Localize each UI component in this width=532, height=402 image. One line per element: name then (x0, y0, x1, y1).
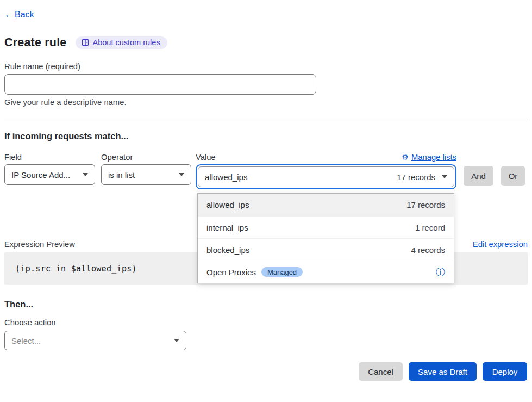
or-button[interactable]: Or (501, 166, 525, 186)
back-link[interactable]: ←Back (4, 9, 34, 20)
value-label: Value (196, 153, 216, 162)
list-option-name: internal_ips (206, 223, 248, 232)
about-custom-rules-link[interactable]: About custom rules (76, 36, 167, 49)
value-select[interactable]: allowed_ips 17 records (198, 166, 454, 187)
expression-code: (ip.src in $allowed_ips) (15, 264, 137, 274)
list-option-name: allowed_ips (206, 200, 249, 209)
edit-expression-link[interactable]: Edit expression (473, 240, 528, 249)
page-title: Create rule (4, 36, 67, 50)
field-select-value: IP Source Add... (11, 170, 70, 180)
list-option-record-count: 17 records (406, 200, 445, 209)
back-row: ←Back (4, 9, 528, 20)
deploy-button[interactable]: Deploy (483, 362, 527, 381)
save-as-draft-button[interactable]: Save as Draft (409, 362, 477, 381)
value-select-focus-ring: allowed_ips 17 records (196, 164, 456, 189)
field-select[interactable]: IP Source Add... (4, 164, 95, 185)
list-option-blocked-ips[interactable]: blocked_ips 4 records (198, 238, 454, 261)
back-link-label: Back (15, 10, 34, 20)
and-button[interactable]: And (464, 166, 493, 186)
then-section-heading: Then... (4, 299, 528, 310)
manage-lists-label: Manage lists (411, 153, 456, 162)
footer-actions: Cancel Save as Draft Deploy (4, 362, 528, 381)
create-rule-page: ←Back Create rule About custom rules Rul… (0, 0, 532, 402)
section-divider (4, 120, 528, 120)
rule-name-helper: Give your rule a descriptive name. (4, 98, 528, 107)
list-option-open-proxies[interactable]: Open Proxies Managed ⓘ (198, 261, 454, 283)
operator-label: Operator (101, 153, 196, 162)
match-controls-row: IP Source Add... is in list allowed_ips … (4, 164, 528, 189)
info-icon[interactable]: ⓘ (436, 268, 445, 277)
operator-select[interactable]: is in list (101, 164, 191, 185)
match-section-heading: If incoming requests match... (4, 131, 528, 141)
managed-badge: Managed (261, 267, 303, 277)
gear-icon: ⚙ (402, 153, 409, 162)
value-select-record-count: 17 records (397, 172, 435, 182)
choose-action-label: Choose action (4, 318, 528, 327)
list-option-name: Open Proxies (206, 268, 256, 277)
expression-preview-label: Expression Preview (4, 240, 75, 249)
chevron-down-icon (179, 173, 184, 176)
match-labels-row: Field Operator Value ⚙ Manage lists (4, 153, 528, 162)
list-option-record-count: 4 records (411, 245, 445, 255)
manage-lists-link[interactable]: ⚙ Manage lists (402, 153, 456, 162)
operator-select-value: is in list (108, 170, 135, 180)
book-icon (82, 39, 89, 46)
chevron-down-icon (442, 175, 447, 178)
rule-name-label: Rule name (required) (4, 62, 528, 71)
list-option-internal-ips[interactable]: internal_ips 1 record (198, 216, 454, 238)
list-option-name: blocked_ips (206, 245, 249, 255)
value-dropdown-panel: allowed_ips 17 records internal_ips 1 re… (197, 193, 454, 283)
cancel-button[interactable]: Cancel (359, 362, 403, 381)
list-option-record-count: 1 record (415, 223, 445, 232)
rule-name-input[interactable] (4, 74, 316, 95)
action-select-placeholder: Select... (11, 336, 41, 345)
about-custom-rules-label: About custom rules (93, 38, 160, 47)
chevron-down-icon (83, 173, 88, 176)
action-select[interactable]: Select... (4, 331, 186, 350)
back-arrow-icon: ← (4, 9, 14, 20)
list-option-allowed-ips[interactable]: allowed_ips 17 records (198, 194, 454, 216)
field-label: Field (4, 153, 101, 162)
title-row: Create rule About custom rules (4, 36, 528, 50)
value-select-value: allowed_ips (205, 172, 247, 182)
chevron-down-icon (174, 339, 179, 342)
